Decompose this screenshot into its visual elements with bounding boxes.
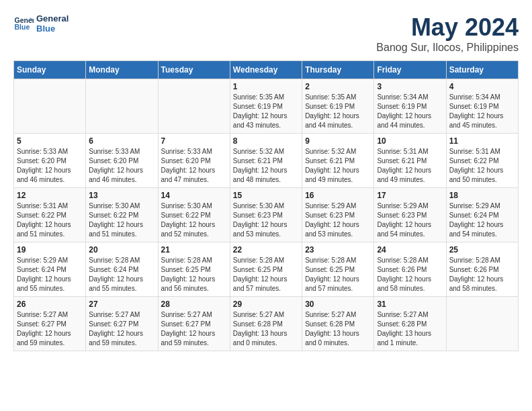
day-info: Sunrise: 5:35 AM Sunset: 6:19 PM Dayligh… <box>233 93 299 130</box>
page-header: General Blue General Blue May 2024 Banog… <box>13 13 519 54</box>
day-info: Sunrise: 5:28 AM Sunset: 6:25 PM Dayligh… <box>161 256 227 293</box>
day-number: 14 <box>161 191 227 200</box>
day-number: 16 <box>305 191 371 200</box>
day-info: Sunrise: 5:31 AM Sunset: 6:22 PM Dayligh… <box>449 147 515 185</box>
calendar-cell: 4Sunrise: 5:34 AM Sunset: 6:19 PM Daylig… <box>446 79 518 134</box>
day-info: Sunrise: 5:27 AM Sunset: 6:28 PM Dayligh… <box>377 310 443 348</box>
calendar-cell: 12Sunrise: 5:31 AM Sunset: 6:22 PM Dayli… <box>14 188 86 242</box>
day-number: 5 <box>17 136 83 146</box>
day-number: 22 <box>233 245 299 255</box>
day-number: 9 <box>305 136 371 146</box>
calendar-cell: 3Sunrise: 5:34 AM Sunset: 6:19 PM Daylig… <box>374 79 446 134</box>
day-info: Sunrise: 5:30 AM Sunset: 6:22 PM Dayligh… <box>161 201 227 239</box>
logo-line1: General <box>36 13 69 24</box>
day-info: Sunrise: 5:30 AM Sunset: 6:22 PM Dayligh… <box>89 201 154 239</box>
day-number: 18 <box>449 191 515 200</box>
main-title: May 2024 <box>376 13 519 42</box>
day-number: 21 <box>161 245 227 255</box>
calendar-cell: 10Sunrise: 5:31 AM Sunset: 6:21 PM Dayli… <box>374 134 446 188</box>
calendar-cell: 27Sunrise: 5:27 AM Sunset: 6:27 PM Dayli… <box>86 297 158 351</box>
calendar-cell: 14Sunrise: 5:30 AM Sunset: 6:22 PM Dayli… <box>158 188 230 242</box>
day-number: 31 <box>377 300 443 309</box>
logo-line2: Blue <box>36 24 69 34</box>
day-info: Sunrise: 5:33 AM Sunset: 6:20 PM Dayligh… <box>161 147 227 185</box>
weekday-header-wednesday: Wednesday <box>230 61 302 79</box>
day-info: Sunrise: 5:29 AM Sunset: 6:24 PM Dayligh… <box>449 201 515 239</box>
weekday-header-friday: Friday <box>374 61 446 79</box>
svg-text:Blue: Blue <box>15 23 30 31</box>
calendar-cell: 9Sunrise: 5:32 AM Sunset: 6:21 PM Daylig… <box>302 134 374 188</box>
day-info: Sunrise: 5:31 AM Sunset: 6:21 PM Dayligh… <box>377 147 443 185</box>
day-number: 23 <box>305 245 371 255</box>
day-number: 7 <box>161 136 227 146</box>
calendar-cell: 7Sunrise: 5:33 AM Sunset: 6:20 PM Daylig… <box>158 134 230 188</box>
day-number: 1 <box>233 82 299 91</box>
calendar-cell: 15Sunrise: 5:30 AM Sunset: 6:23 PM Dayli… <box>230 188 302 242</box>
calendar-cell: 6Sunrise: 5:33 AM Sunset: 6:20 PM Daylig… <box>86 134 158 188</box>
day-info: Sunrise: 5:28 AM Sunset: 6:26 PM Dayligh… <box>449 256 515 293</box>
calendar-cell <box>446 297 518 351</box>
day-number: 24 <box>377 245 443 255</box>
calendar-week-1: 1Sunrise: 5:35 AM Sunset: 6:19 PM Daylig… <box>14 79 519 134</box>
day-info: Sunrise: 5:29 AM Sunset: 6:23 PM Dayligh… <box>305 201 371 239</box>
day-info: Sunrise: 5:27 AM Sunset: 6:28 PM Dayligh… <box>305 310 371 348</box>
day-number: 4 <box>449 82 515 91</box>
subtitle: Banog Sur, Ilocos, Philippines <box>376 42 519 54</box>
weekday-header-thursday: Thursday <box>302 61 374 79</box>
day-info: Sunrise: 5:27 AM Sunset: 6:27 PM Dayligh… <box>89 310 154 348</box>
day-info: Sunrise: 5:28 AM Sunset: 6:24 PM Dayligh… <box>89 256 154 293</box>
calendar-cell: 23Sunrise: 5:28 AM Sunset: 6:25 PM Dayli… <box>302 242 374 297</box>
calendar-body: 1Sunrise: 5:35 AM Sunset: 6:19 PM Daylig… <box>14 79 519 351</box>
day-info: Sunrise: 5:30 AM Sunset: 6:23 PM Dayligh… <box>233 201 299 239</box>
day-info: Sunrise: 5:27 AM Sunset: 6:27 PM Dayligh… <box>161 310 227 348</box>
calendar-week-5: 26Sunrise: 5:27 AM Sunset: 6:27 PM Dayli… <box>14 297 519 351</box>
calendar-cell: 21Sunrise: 5:28 AM Sunset: 6:25 PM Dayli… <box>158 242 230 297</box>
calendar-cell: 25Sunrise: 5:28 AM Sunset: 6:26 PM Dayli… <box>446 242 518 297</box>
calendar-week-2: 5Sunrise: 5:33 AM Sunset: 6:20 PM Daylig… <box>14 134 519 188</box>
calendar-week-3: 12Sunrise: 5:31 AM Sunset: 6:22 PM Dayli… <box>14 188 519 242</box>
calendar-cell: 1Sunrise: 5:35 AM Sunset: 6:19 PM Daylig… <box>230 79 302 134</box>
calendar-cell <box>158 79 230 134</box>
calendar-cell: 11Sunrise: 5:31 AM Sunset: 6:22 PM Dayli… <box>446 134 518 188</box>
day-number: 12 <box>17 191 83 200</box>
day-info: Sunrise: 5:34 AM Sunset: 6:19 PM Dayligh… <box>377 93 443 130</box>
day-info: Sunrise: 5:32 AM Sunset: 6:21 PM Dayligh… <box>233 147 299 185</box>
calendar-cell: 2Sunrise: 5:35 AM Sunset: 6:19 PM Daylig… <box>302 79 374 134</box>
day-number: 19 <box>17 245 83 255</box>
weekday-header-tuesday: Tuesday <box>158 61 230 79</box>
day-number: 26 <box>17 300 83 309</box>
calendar-cell: 31Sunrise: 5:27 AM Sunset: 6:28 PM Dayli… <box>374 297 446 351</box>
day-info: Sunrise: 5:33 AM Sunset: 6:20 PM Dayligh… <box>17 147 83 185</box>
calendar-cell: 26Sunrise: 5:27 AM Sunset: 6:27 PM Dayli… <box>14 297 86 351</box>
calendar-cell: 22Sunrise: 5:28 AM Sunset: 6:25 PM Dayli… <box>230 242 302 297</box>
calendar-cell: 18Sunrise: 5:29 AM Sunset: 6:24 PM Dayli… <box>446 188 518 242</box>
day-info: Sunrise: 5:27 AM Sunset: 6:28 PM Dayligh… <box>233 310 299 348</box>
calendar-cell: 5Sunrise: 5:33 AM Sunset: 6:20 PM Daylig… <box>14 134 86 188</box>
calendar-cell: 28Sunrise: 5:27 AM Sunset: 6:27 PM Dayli… <box>158 297 230 351</box>
day-number: 10 <box>377 136 443 146</box>
day-number: 2 <box>305 82 371 91</box>
weekday-header-row: SundayMondayTuesdayWednesdayThursdayFrid… <box>14 61 519 79</box>
day-info: Sunrise: 5:33 AM Sunset: 6:20 PM Dayligh… <box>89 147 154 185</box>
day-info: Sunrise: 5:31 AM Sunset: 6:22 PM Dayligh… <box>17 201 83 239</box>
day-info: Sunrise: 5:29 AM Sunset: 6:24 PM Dayligh… <box>17 256 83 293</box>
day-number: 29 <box>233 300 299 309</box>
day-info: Sunrise: 5:28 AM Sunset: 6:25 PM Dayligh… <box>305 256 371 293</box>
day-info: Sunrise: 5:27 AM Sunset: 6:27 PM Dayligh… <box>17 310 83 348</box>
logo: General Blue General Blue <box>13 13 69 34</box>
logo-icon: General Blue <box>13 13 34 34</box>
calendar-cell: 24Sunrise: 5:28 AM Sunset: 6:26 PM Dayli… <box>374 242 446 297</box>
calendar-cell: 13Sunrise: 5:30 AM Sunset: 6:22 PM Dayli… <box>86 188 158 242</box>
calendar-cell: 8Sunrise: 5:32 AM Sunset: 6:21 PM Daylig… <box>230 134 302 188</box>
day-number: 20 <box>89 245 154 255</box>
calendar-cell: 30Sunrise: 5:27 AM Sunset: 6:28 PM Dayli… <box>302 297 374 351</box>
calendar-header: SundayMondayTuesdayWednesdayThursdayFrid… <box>14 61 519 79</box>
weekday-header-saturday: Saturday <box>446 61 518 79</box>
day-info: Sunrise: 5:28 AM Sunset: 6:25 PM Dayligh… <box>233 256 299 293</box>
weekday-header-monday: Monday <box>86 61 158 79</box>
day-number: 13 <box>89 191 154 200</box>
calendar-week-4: 19Sunrise: 5:29 AM Sunset: 6:24 PM Dayli… <box>14 242 519 297</box>
day-number: 27 <box>89 300 154 309</box>
day-number: 25 <box>449 245 515 255</box>
day-number: 17 <box>377 191 443 200</box>
